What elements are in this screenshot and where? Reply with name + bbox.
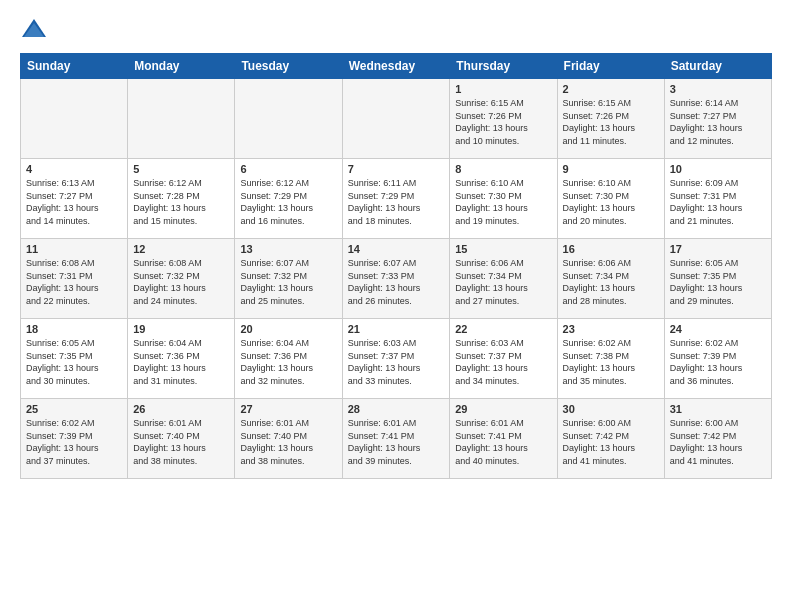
col-header-friday: Friday <box>557 54 664 79</box>
day-cell-8: 8Sunrise: 6:10 AM Sunset: 7:30 PM Daylig… <box>450 159 557 239</box>
day-info: Sunrise: 6:03 AM Sunset: 7:37 PM Dayligh… <box>455 337 551 387</box>
day-number: 30 <box>563 403 659 415</box>
day-cell-13: 13Sunrise: 6:07 AM Sunset: 7:32 PM Dayli… <box>235 239 342 319</box>
day-cell-4: 4Sunrise: 6:13 AM Sunset: 7:27 PM Daylig… <box>21 159 128 239</box>
day-number: 28 <box>348 403 445 415</box>
week-row-3: 11Sunrise: 6:08 AM Sunset: 7:31 PM Dayli… <box>21 239 772 319</box>
day-cell-31: 31Sunrise: 6:00 AM Sunset: 7:42 PM Dayli… <box>664 399 771 479</box>
day-number: 31 <box>670 403 766 415</box>
day-number: 24 <box>670 323 766 335</box>
day-number: 26 <box>133 403 229 415</box>
week-row-5: 25Sunrise: 6:02 AM Sunset: 7:39 PM Dayli… <box>21 399 772 479</box>
day-number: 10 <box>670 163 766 175</box>
day-info: Sunrise: 6:04 AM Sunset: 7:36 PM Dayligh… <box>240 337 336 387</box>
col-header-wednesday: Wednesday <box>342 54 450 79</box>
day-info: Sunrise: 6:05 AM Sunset: 7:35 PM Dayligh… <box>26 337 122 387</box>
day-info: Sunrise: 6:02 AM Sunset: 7:39 PM Dayligh… <box>670 337 766 387</box>
day-number: 2 <box>563 83 659 95</box>
day-info: Sunrise: 6:09 AM Sunset: 7:31 PM Dayligh… <box>670 177 766 227</box>
day-cell-3: 3Sunrise: 6:14 AM Sunset: 7:27 PM Daylig… <box>664 79 771 159</box>
day-cell-18: 18Sunrise: 6:05 AM Sunset: 7:35 PM Dayli… <box>21 319 128 399</box>
day-number: 21 <box>348 323 445 335</box>
day-number: 15 <box>455 243 551 255</box>
day-number: 19 <box>133 323 229 335</box>
day-cell-29: 29Sunrise: 6:01 AM Sunset: 7:41 PM Dayli… <box>450 399 557 479</box>
day-info: Sunrise: 6:06 AM Sunset: 7:34 PM Dayligh… <box>563 257 659 307</box>
week-row-1: 1Sunrise: 6:15 AM Sunset: 7:26 PM Daylig… <box>21 79 772 159</box>
day-number: 6 <box>240 163 336 175</box>
day-cell-empty-0-2 <box>235 79 342 159</box>
day-info: Sunrise: 6:01 AM Sunset: 7:40 PM Dayligh… <box>133 417 229 467</box>
col-header-thursday: Thursday <box>450 54 557 79</box>
logo <box>20 15 52 43</box>
day-number: 13 <box>240 243 336 255</box>
day-number: 20 <box>240 323 336 335</box>
day-number: 7 <box>348 163 445 175</box>
day-cell-empty-0-3 <box>342 79 450 159</box>
day-cell-6: 6Sunrise: 6:12 AM Sunset: 7:29 PM Daylig… <box>235 159 342 239</box>
day-info: Sunrise: 6:01 AM Sunset: 7:41 PM Dayligh… <box>455 417 551 467</box>
day-cell-16: 16Sunrise: 6:06 AM Sunset: 7:34 PM Dayli… <box>557 239 664 319</box>
day-number: 8 <box>455 163 551 175</box>
day-number: 3 <box>670 83 766 95</box>
week-row-2: 4Sunrise: 6:13 AM Sunset: 7:27 PM Daylig… <box>21 159 772 239</box>
day-cell-26: 26Sunrise: 6:01 AM Sunset: 7:40 PM Dayli… <box>128 399 235 479</box>
day-cell-21: 21Sunrise: 6:03 AM Sunset: 7:37 PM Dayli… <box>342 319 450 399</box>
day-info: Sunrise: 6:14 AM Sunset: 7:27 PM Dayligh… <box>670 97 766 147</box>
day-info: Sunrise: 6:07 AM Sunset: 7:33 PM Dayligh… <box>348 257 445 307</box>
day-cell-12: 12Sunrise: 6:08 AM Sunset: 7:32 PM Dayli… <box>128 239 235 319</box>
day-info: Sunrise: 6:15 AM Sunset: 7:26 PM Dayligh… <box>563 97 659 147</box>
day-info: Sunrise: 6:03 AM Sunset: 7:37 PM Dayligh… <box>348 337 445 387</box>
day-number: 4 <box>26 163 122 175</box>
day-cell-14: 14Sunrise: 6:07 AM Sunset: 7:33 PM Dayli… <box>342 239 450 319</box>
day-number: 11 <box>26 243 122 255</box>
day-cell-10: 10Sunrise: 6:09 AM Sunset: 7:31 PM Dayli… <box>664 159 771 239</box>
page: SundayMondayTuesdayWednesdayThursdayFrid… <box>0 0 792 612</box>
day-cell-25: 25Sunrise: 6:02 AM Sunset: 7:39 PM Dayli… <box>21 399 128 479</box>
day-cell-15: 15Sunrise: 6:06 AM Sunset: 7:34 PM Dayli… <box>450 239 557 319</box>
day-info: Sunrise: 6:06 AM Sunset: 7:34 PM Dayligh… <box>455 257 551 307</box>
day-info: Sunrise: 6:00 AM Sunset: 7:42 PM Dayligh… <box>563 417 659 467</box>
day-cell-27: 27Sunrise: 6:01 AM Sunset: 7:40 PM Dayli… <box>235 399 342 479</box>
day-number: 23 <box>563 323 659 335</box>
logo-icon <box>20 15 48 43</box>
col-header-sunday: Sunday <box>21 54 128 79</box>
day-cell-5: 5Sunrise: 6:12 AM Sunset: 7:28 PM Daylig… <box>128 159 235 239</box>
day-info: Sunrise: 6:02 AM Sunset: 7:38 PM Dayligh… <box>563 337 659 387</box>
day-info: Sunrise: 6:05 AM Sunset: 7:35 PM Dayligh… <box>670 257 766 307</box>
col-header-saturday: Saturday <box>664 54 771 79</box>
day-cell-1: 1Sunrise: 6:15 AM Sunset: 7:26 PM Daylig… <box>450 79 557 159</box>
day-cell-empty-0-0 <box>21 79 128 159</box>
day-info: Sunrise: 6:01 AM Sunset: 7:41 PM Dayligh… <box>348 417 445 467</box>
header <box>20 15 772 43</box>
day-info: Sunrise: 6:11 AM Sunset: 7:29 PM Dayligh… <box>348 177 445 227</box>
day-cell-30: 30Sunrise: 6:00 AM Sunset: 7:42 PM Dayli… <box>557 399 664 479</box>
day-info: Sunrise: 6:10 AM Sunset: 7:30 PM Dayligh… <box>563 177 659 227</box>
day-cell-28: 28Sunrise: 6:01 AM Sunset: 7:41 PM Dayli… <box>342 399 450 479</box>
day-cell-22: 22Sunrise: 6:03 AM Sunset: 7:37 PM Dayli… <box>450 319 557 399</box>
day-number: 17 <box>670 243 766 255</box>
day-info: Sunrise: 6:12 AM Sunset: 7:28 PM Dayligh… <box>133 177 229 227</box>
day-cell-23: 23Sunrise: 6:02 AM Sunset: 7:38 PM Dayli… <box>557 319 664 399</box>
col-header-tuesday: Tuesday <box>235 54 342 79</box>
day-number: 14 <box>348 243 445 255</box>
day-info: Sunrise: 6:04 AM Sunset: 7:36 PM Dayligh… <box>133 337 229 387</box>
day-number: 9 <box>563 163 659 175</box>
day-number: 5 <box>133 163 229 175</box>
day-number: 25 <box>26 403 122 415</box>
day-number: 16 <box>563 243 659 255</box>
day-number: 22 <box>455 323 551 335</box>
day-info: Sunrise: 6:02 AM Sunset: 7:39 PM Dayligh… <box>26 417 122 467</box>
day-info: Sunrise: 6:15 AM Sunset: 7:26 PM Dayligh… <box>455 97 551 147</box>
day-cell-empty-0-1 <box>128 79 235 159</box>
day-number: 1 <box>455 83 551 95</box>
calendar-header-row: SundayMondayTuesdayWednesdayThursdayFrid… <box>21 54 772 79</box>
day-info: Sunrise: 6:12 AM Sunset: 7:29 PM Dayligh… <box>240 177 336 227</box>
day-info: Sunrise: 6:13 AM Sunset: 7:27 PM Dayligh… <box>26 177 122 227</box>
day-cell-24: 24Sunrise: 6:02 AM Sunset: 7:39 PM Dayli… <box>664 319 771 399</box>
day-info: Sunrise: 6:08 AM Sunset: 7:32 PM Dayligh… <box>133 257 229 307</box>
day-info: Sunrise: 6:01 AM Sunset: 7:40 PM Dayligh… <box>240 417 336 467</box>
col-header-monday: Monday <box>128 54 235 79</box>
day-cell-11: 11Sunrise: 6:08 AM Sunset: 7:31 PM Dayli… <box>21 239 128 319</box>
day-number: 29 <box>455 403 551 415</box>
